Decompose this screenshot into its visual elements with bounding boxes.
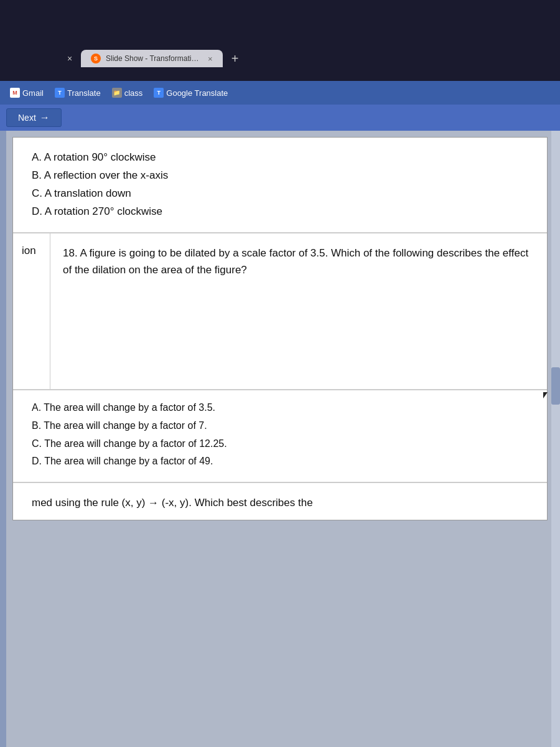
next-arrow-icon: → [40, 112, 50, 123]
q18-answer-d[interactable]: D. The area will change by a factor of 4… [32, 453, 528, 471]
answer-option-c[interactable]: C. A translation down [32, 185, 528, 203]
browser-tab[interactable]: S Slide Show - Transformations T × [81, 50, 223, 67]
tab-favicon: S [91, 54, 101, 63]
q18-answer-c[interactable]: C. The area will change by a factor of 1… [32, 435, 528, 453]
question-18-text: 18. A figure is going to be dilated by a… [63, 245, 532, 278]
q18-answer-b[interactable]: B. The area will change by a factor of 7… [32, 417, 528, 435]
tab-close-area[interactable]: × [62, 51, 77, 66]
nav-label-google-translate: Google Translate [166, 88, 228, 98]
question-18-section: ion 18. A figure is going to be dilated … [13, 233, 547, 390]
left-sidebar-bar [0, 131, 6, 747]
gmail-favicon: M [10, 88, 20, 98]
nav-item-google-translate[interactable]: T Google Translate [150, 87, 231, 99]
question-label: ion [13, 233, 50, 389]
tab-title: Slide Show - Transformations T [106, 54, 199, 63]
question-number-label: ion [22, 245, 36, 256]
tab-close-icon[interactable]: × [208, 54, 213, 63]
nav-label-translate: Translate [67, 88, 101, 98]
new-tab-button[interactable]: + [226, 50, 244, 67]
nav-label-gmail: Gmail [22, 88, 44, 98]
q18-answer-a[interactable]: A. The area will change by a factor of 3… [32, 399, 528, 417]
prev-question-answers: A. A rotation 90° clockwise B. A reflect… [13, 138, 547, 233]
tab-bar: × S Slide Show - Transformations T × + [62, 50, 244, 67]
question-content: 18. A figure is going to be dilated by a… [50, 233, 547, 389]
toolbar: Next → [0, 105, 560, 131]
cursor-arrow [543, 392, 548, 398]
question-19-partial: med using the rule (x, y) → (-x, y). Whi… [13, 483, 547, 520]
browser-top-bg: × S Slide Show - Transformations T × + [0, 0, 560, 81]
nav-label-class: class [124, 88, 143, 98]
next-label: Next [18, 113, 36, 123]
question-19-text: med using the rule (x, y) → (-x, y). Whi… [32, 494, 528, 511]
content-card: A. A rotation 90° clockwise B. A reflect… [12, 137, 548, 520]
answer-option-b[interactable]: B. A reflection over the x-axis [32, 167, 528, 185]
nav-item-class[interactable]: 📁 class [108, 87, 147, 99]
main-content: A. A rotation 90° clockwise B. A reflect… [0, 131, 560, 747]
scrollbar-thumb[interactable] [551, 367, 560, 405]
answer-option-a[interactable]: A. A rotation 90° clockwise [32, 149, 528, 167]
translate-favicon: T [55, 88, 65, 98]
scrollbar-track[interactable] [551, 131, 560, 747]
q18-answers: A. The area will change by a factor of 3… [13, 390, 547, 483]
gtranslate-favicon: T [154, 88, 164, 98]
next-button[interactable]: Next → [6, 108, 62, 127]
nav-item-translate[interactable]: T Translate [51, 87, 105, 99]
bookmarks-bar: M Gmail T Translate 📁 class T Google Tra… [0, 81, 560, 105]
diagram-area [63, 278, 532, 378]
answer-option-d[interactable]: D. A rotation 270° clockwise [32, 203, 528, 221]
nav-item-gmail[interactable]: M Gmail [6, 87, 47, 99]
close-icon: × [67, 54, 72, 63]
class-favicon: 📁 [112, 88, 122, 98]
